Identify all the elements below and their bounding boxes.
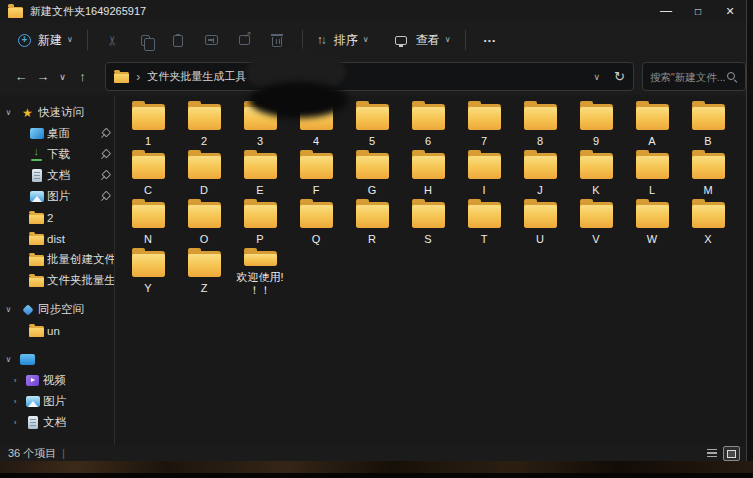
copy-button[interactable] (129, 26, 162, 54)
sidebar-item[interactable]: 2 (0, 207, 114, 228)
folder-item[interactable]: M (680, 150, 736, 199)
sidebar-item[interactable]: 下载 (0, 144, 114, 165)
search-box[interactable] (642, 62, 746, 91)
address-dropdown-icon[interactable]: ∨ (593, 72, 600, 82)
folder-item[interactable]: A (624, 101, 680, 150)
folder-item[interactable]: B (680, 101, 736, 150)
download-icon (30, 148, 43, 161)
folder-item[interactable]: G (344, 150, 400, 199)
folder-item[interactable]: K (568, 150, 624, 199)
close-button[interactable]: ✕ (714, 0, 746, 22)
folder-item[interactable]: H (400, 150, 456, 199)
details-view-button[interactable] (703, 446, 720, 461)
chevron-down-icon[interactable]: ∨ (0, 355, 17, 364)
chevron-down-icon[interactable]: ∨ (0, 108, 17, 117)
chevron-right-icon[interactable]: › (8, 397, 22, 406)
folder-icon (412, 153, 445, 179)
paste-icon (173, 35, 183, 47)
folder-icon (188, 104, 221, 130)
up-button[interactable]: ↑ (71, 65, 93, 89)
paste-button[interactable] (162, 26, 195, 54)
share-button[interactable] (228, 26, 261, 54)
folder-label: 5 (369, 135, 375, 148)
folder-item[interactable]: J (512, 150, 568, 199)
folder-item[interactable]: X (680, 199, 736, 248)
folder-item[interactable]: F (288, 150, 344, 199)
sidebar-item[interactable]: 桌面 (0, 123, 114, 144)
folder-icon (580, 153, 613, 179)
sidebar-item[interactable]: 文件夹批量生成工具 (0, 270, 114, 291)
sidebar-item-label: 下载 (47, 147, 98, 162)
new-button[interactable]: 新建 ∨ (12, 26, 79, 54)
address-bar: ← → ∨ ↑ › 文件夹批量生成工具 › 新建 ∨ ↻ (0, 58, 746, 95)
sidebar-item[interactable]: 图片 (0, 186, 114, 207)
folder-item[interactable]: V (568, 199, 624, 248)
chevron-right-icon[interactable]: › (8, 376, 22, 385)
chevron-right-icon[interactable]: › (8, 418, 22, 427)
folder-item[interactable]: U (512, 199, 568, 248)
thumbnail-view-button[interactable] (723, 446, 740, 461)
folder-label: N (144, 233, 152, 246)
folder-item[interactable]: P (232, 199, 288, 248)
folder-item[interactable]: 9 (568, 101, 624, 150)
sidebar-item[interactable]: dist (0, 228, 114, 249)
folder-item[interactable]: 5 (344, 101, 400, 150)
more-options-button[interactable]: ••• (474, 26, 507, 54)
sort-button[interactable]: ↑↓ 排序 ∨ (311, 26, 375, 54)
view-button-label: 查看 (416, 32, 440, 49)
breadcrumb[interactable]: › 文件夹批量生成工具 › 新建 ∨ ↻ (105, 62, 634, 91)
sidebar-section-quick-access[interactable]: ∨ 快速访问 (0, 102, 114, 123)
breadcrumb-root[interactable]: 文件夹批量生成工具 (147, 69, 246, 84)
folder-item[interactable]: W (624, 199, 680, 248)
folder-item[interactable]: L (624, 150, 680, 199)
file-list-pane[interactable]: 1 2 3 4 5 6 7 8 9 A B C (115, 95, 746, 445)
folder-item[interactable]: 8 (512, 101, 568, 150)
folder-item[interactable]: T (456, 199, 512, 248)
chevron-down-icon[interactable]: ∨ (0, 305, 17, 314)
folder-item[interactable]: D (176, 150, 232, 199)
folder-item[interactable]: Y (120, 248, 176, 297)
video-icon (26, 375, 39, 386)
sync-diamond-icon (22, 304, 34, 316)
folder-item[interactable]: E (232, 150, 288, 199)
history-chevron-button[interactable]: ∨ (54, 65, 72, 89)
folder-label: G (368, 184, 377, 197)
sort-arrows-icon: ↑↓ (317, 33, 325, 47)
status-bar: 36 个项目 | (0, 445, 746, 462)
cut-button[interactable]: ✂ (96, 26, 129, 54)
folder-item[interactable]: N (120, 199, 176, 248)
folder-icon (356, 104, 389, 130)
folder-icon (580, 202, 613, 228)
folder-item[interactable]: I (456, 150, 512, 199)
sidebar-item-label: 视频 (43, 373, 114, 388)
refresh-icon[interactable]: ↻ (614, 69, 625, 84)
sidebar-item[interactable]: › 文档 (0, 412, 114, 433)
folder-item[interactable]: Z (176, 248, 232, 297)
view-button[interactable]: 查看 ∨ (389, 26, 457, 54)
sidebar-item[interactable]: 文档 (0, 165, 114, 186)
minimize-button[interactable]: — (650, 0, 682, 22)
folder-item[interactable]: 7 (456, 101, 512, 150)
folder-item[interactable]: 6 (400, 101, 456, 150)
folder-icon (468, 104, 501, 130)
back-button[interactable]: ← (10, 65, 32, 89)
search-input[interactable] (650, 71, 726, 83)
sidebar-item[interactable]: › 视频 (0, 370, 114, 391)
forward-button[interactable]: → (32, 65, 54, 89)
sidebar-item[interactable]: un (0, 320, 114, 341)
folder-item[interactable]: 1 (120, 101, 176, 150)
folder-item[interactable]: 2 (176, 101, 232, 150)
sidebar-section-sync-space[interactable]: ∨ 同步空间 (0, 299, 114, 320)
folder-item[interactable]: 欢迎使用! ！！ (232, 248, 288, 297)
sidebar-section-this-pc[interactable]: ∨ (0, 349, 114, 370)
rename-button[interactable] (195, 26, 228, 54)
folder-item[interactable]: R (344, 199, 400, 248)
sidebar-item[interactable]: › 图片 (0, 391, 114, 412)
folder-item[interactable]: O (176, 199, 232, 248)
folder-sm-icon (29, 213, 44, 224)
folder-item[interactable]: S (400, 199, 456, 248)
sidebar-item[interactable]: 批量创建文件夹 (0, 249, 114, 270)
folder-item[interactable]: C (120, 150, 176, 199)
maximize-button[interactable]: □ (682, 0, 714, 22)
folder-item[interactable]: Q (288, 199, 344, 248)
